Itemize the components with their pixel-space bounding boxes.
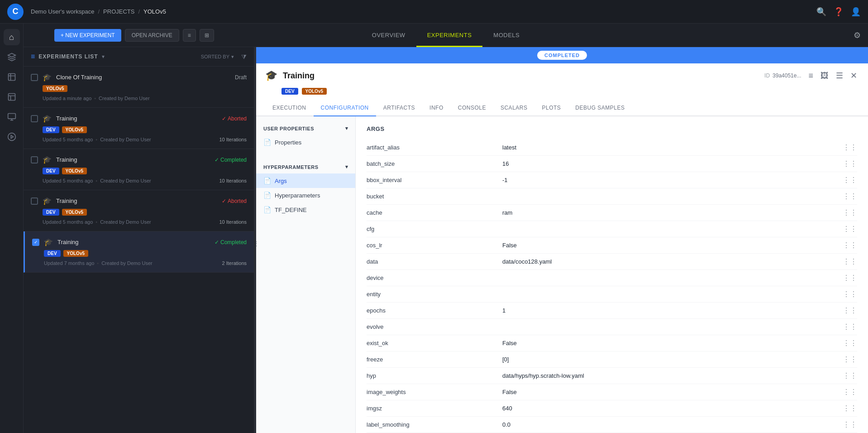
hyperparameters-header[interactable]: HYPERPARAMETERS ▾ <box>256 160 355 173</box>
tag-yolov5[interactable]: YOLOv5 <box>62 126 87 133</box>
experiments-list-title: EXPERIMENTS LIST <box>38 53 98 60</box>
sidebar-item-tf-define[interactable]: 📄 TF_DEFINE <box>256 202 355 217</box>
config-row-entity: entity ⋮⋮ <box>367 286 857 303</box>
chevron-down-icon[interactable]: ▾ <box>102 53 105 60</box>
row-menu-icon[interactable]: ⋮⋮ <box>843 192 857 201</box>
tab-models[interactable]: MODELS <box>482 24 530 47</box>
config-row-data: data data/coco128.yaml ⋮⋮ <box>367 254 857 270</box>
nav-tabs: OVERVIEW EXPERIMENTS MODELS <box>361 24 530 47</box>
resize-handle[interactable] <box>254 47 256 433</box>
sorted-by-chevron: ▾ <box>231 54 234 60</box>
tab-execution[interactable]: EXECUTION <box>265 100 314 115</box>
detail-tag-dev[interactable]: DEV <box>281 88 298 95</box>
experiment-item-selected[interactable]: ✓ 🎓 Training ✓ Completed DEV YOLOv5 <box>24 231 254 273</box>
search-icon[interactable]: 🔍 <box>816 7 826 17</box>
detail-menu-icon[interactable]: ☰ <box>834 69 845 82</box>
tab-configuration[interactable]: CONFIGURATION <box>314 100 376 115</box>
experiment-tags: YOLOv5 <box>43 85 247 92</box>
settings-icon[interactable]: ⚙ <box>854 30 861 40</box>
tag-yolov5[interactable]: YOLOv5 <box>43 85 67 92</box>
detail-tag-yolov5[interactable]: YOLOv5 <box>302 88 327 95</box>
tab-artifacts[interactable]: ARTIFACTS <box>376 100 422 115</box>
sidebar-item-hyperparameters[interactable]: 📄 Hyperparameters <box>256 188 355 202</box>
detail-experiment-name: Training <box>283 71 759 81</box>
user-properties-header[interactable]: USER PROPERTIES ▾ <box>256 122 355 135</box>
help-icon[interactable]: ❓ <box>834 7 844 17</box>
row-menu-icon[interactable]: ⋮⋮ <box>843 159 857 168</box>
user-avatar[interactable]: 👤 <box>851 7 861 17</box>
sidebar-item-home[interactable]: ⌂ <box>4 29 20 45</box>
row-menu-icon[interactable]: ⋮⋮ <box>843 225 857 233</box>
tag-dev[interactable]: DEV <box>43 168 59 174</box>
tab-debug-samples[interactable]: DEBUG SAMPLES <box>568 100 632 115</box>
config-row-device: device ⋮⋮ <box>367 270 857 286</box>
tab-info[interactable]: INFO <box>422 100 451 115</box>
row-menu-icon[interactable]: ⋮⋮ <box>843 176 857 184</box>
tab-scalars[interactable]: SCALARS <box>493 100 535 115</box>
experiment-meta: Updated 5 months ago • Created by Demo U… <box>43 178 247 183</box>
detail-id: ID 39a4051e... <box>764 72 801 79</box>
sidebar-item-layers[interactable] <box>4 49 20 65</box>
detail-close-icon[interactable]: ✕ <box>849 69 859 82</box>
tab-experiments[interactable]: EXPERIMENTS <box>416 24 483 47</box>
row-menu-icon[interactable]: ⋮⋮ <box>843 388 857 396</box>
experiment-checkbox[interactable]: ✓ <box>32 239 39 246</box>
experiment-checkbox[interactable] <box>31 115 38 122</box>
sorted-by[interactable]: SORTED BY ▾ <box>201 54 234 60</box>
experiment-name: Training <box>56 197 217 204</box>
row-menu-icon[interactable]: ⋮⋮ <box>843 241 857 250</box>
list-icon: ≡ <box>31 53 35 61</box>
experiment-checkbox[interactable] <box>31 156 38 164</box>
config-row-cache: cache ram ⋮⋮ <box>367 205 857 221</box>
tab-plots[interactable]: PLOTS <box>534 100 568 115</box>
row-menu-icon[interactable]: ⋮⋮ <box>843 290 857 298</box>
app-logo[interactable]: C <box>7 4 24 20</box>
sidebar-item-args[interactable]: 📄 Args <box>256 173 355 188</box>
tag-yolov5[interactable]: YOLOv5 <box>63 250 88 257</box>
row-menu-icon[interactable]: ⋮⋮ <box>843 371 857 380</box>
two-panel: ≡ EXPERIMENTS LIST ▾ SORTED BY ▾ ⧩ 🎓 <box>24 47 868 433</box>
detail-image-icon[interactable]: 🖼 <box>819 69 830 82</box>
sidebar-item-models[interactable] <box>4 109 20 125</box>
tab-console[interactable]: CONSOLE <box>451 100 493 115</box>
new-experiment-button[interactable]: + NEW EXPERIMENT <box>54 29 121 42</box>
detail-list-view-icon[interactable]: ≡ <box>806 69 815 82</box>
breadcrumb-workspace[interactable]: Demo User's workspace <box>31 8 94 15</box>
row-menu-icon[interactable]: ⋮⋮ <box>843 306 857 315</box>
sidebar-item-properties[interactable]: 📄 Properties <box>256 135 355 149</box>
tag-yolov5[interactable]: YOLOv5 <box>62 209 87 216</box>
tag-dev[interactable]: DEV <box>44 250 61 257</box>
tab-overview[interactable]: OVERVIEW <box>361 24 416 47</box>
row-menu-icon[interactable]: ⋮⋮ <box>843 274 857 282</box>
row-menu-icon[interactable]: ⋮⋮ <box>843 257 857 266</box>
filter-icon[interactable]: ⧩ <box>241 53 247 61</box>
row-menu-icon[interactable]: ⋮⋮ <box>843 322 857 331</box>
experiment-checkbox[interactable] <box>31 197 38 205</box>
row-menu-icon[interactable]: ⋮⋮ <box>843 208 857 217</box>
row-menu-icon[interactable]: ⋮⋮ <box>843 355 857 364</box>
sidebar-item-pipelines[interactable] <box>4 129 20 145</box>
grid-view-button[interactable]: ⊞ <box>200 29 214 42</box>
open-archive-button[interactable]: OPEN ARCHIVE <box>125 29 179 42</box>
experiment-type-icon: 🎓 <box>43 197 52 205</box>
experiment-checkbox[interactable] <box>31 74 38 81</box>
experiment-item[interactable]: 🎓 Training ✓ Completed DEV YOLOv5 Update… <box>24 149 254 190</box>
collapse-hyperparams-icon: ▾ <box>345 164 348 170</box>
experiment-item[interactable]: 🎓 Training ✓ Aborted DEV YOLOv5 Updated … <box>24 190 254 231</box>
experiment-item[interactable]: 🎓 Clone Of Training Draft YOLOv5 Updated… <box>24 67 254 108</box>
row-menu-icon[interactable]: ⋮⋮ <box>843 143 857 152</box>
tag-yolov5[interactable]: YOLOv5 <box>62 168 87 174</box>
experiment-item[interactable]: 🎓 Training ✓ Aborted DEV YOLOv5 Updated … <box>24 108 254 149</box>
row-menu-icon[interactable]: ⋮⋮ <box>843 420 857 429</box>
sidebar-item-experiments[interactable] <box>4 69 20 85</box>
config-row-batch-size: batch_size 16 ⋮⋮ <box>367 156 857 172</box>
row-menu-icon[interactable]: ⋮⋮ <box>843 339 857 347</box>
breadcrumb-projects[interactable]: PROJECTS <box>103 8 134 15</box>
row-menu-icon[interactable]: ⋮⋮ <box>843 404 857 413</box>
tag-dev[interactable]: DEV <box>43 209 59 216</box>
list-view-button[interactable]: ≡ <box>183 29 196 42</box>
config-main-area: ARGS artifact_alias latest ⋮⋮ batch_size… <box>356 116 868 433</box>
sidebar-item-data[interactable] <box>4 89 20 105</box>
breadcrumb-current: YOLOv5 <box>143 8 166 15</box>
tag-dev[interactable]: DEV <box>43 126 59 133</box>
